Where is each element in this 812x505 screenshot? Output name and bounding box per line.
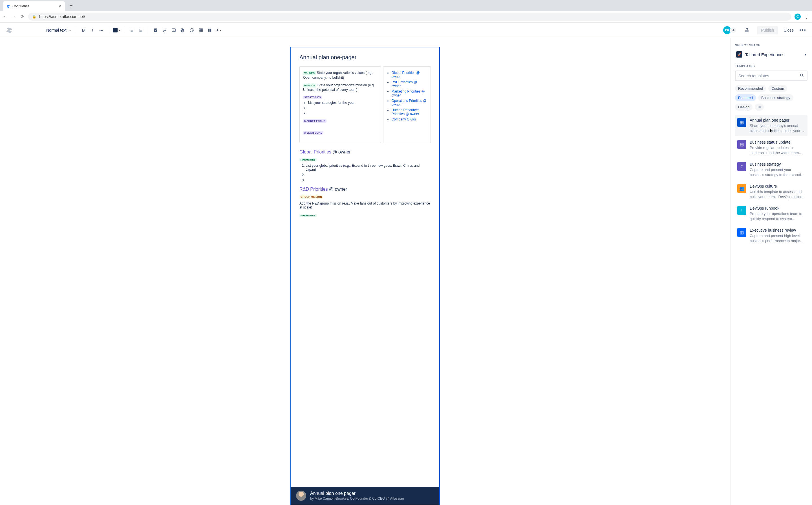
toc-link[interactable]: Operations Priorities @ owner bbox=[391, 99, 426, 107]
mention-button[interactable] bbox=[178, 26, 187, 35]
numbered-list-button[interactable] bbox=[136, 26, 145, 35]
heading-owner: @ owner bbox=[332, 150, 350, 154]
chevron-down-icon: ▾ bbox=[805, 53, 806, 56]
template-title: DevOps runbook bbox=[750, 206, 805, 210]
section-heading-global[interactable]: Global Priorities @ owner bbox=[299, 150, 431, 155]
bullet-list-button[interactable] bbox=[127, 26, 136, 35]
back-button[interactable]: ← bbox=[3, 14, 8, 19]
restrictions-button[interactable] bbox=[742, 26, 751, 35]
summary-right[interactable]: Global Priorities @ owner R&D Priorities… bbox=[383, 66, 431, 143]
reload-button[interactable]: ⟳ bbox=[20, 14, 25, 19]
groupmission-badge: GROUP MISSION bbox=[299, 195, 323, 199]
template-icon: 👥 bbox=[737, 184, 746, 193]
emoji-button[interactable] bbox=[187, 26, 196, 35]
forward-button: → bbox=[11, 14, 16, 19]
toc-link[interactable]: Company OKRs bbox=[391, 117, 416, 121]
layouts-button[interactable] bbox=[205, 26, 214, 35]
strategies-list[interactable]: List your strategies for the year bbox=[303, 101, 377, 115]
svg-rect-7 bbox=[208, 29, 210, 32]
action-item-button[interactable] bbox=[151, 26, 160, 35]
search-templates-box[interactable] bbox=[735, 70, 807, 81]
chip-featured[interactable]: Featured bbox=[735, 94, 756, 101]
heading-link: R&D Priorities bbox=[299, 187, 328, 192]
tab-strip: Confluence ✕ + bbox=[0, 0, 812, 11]
values-badge: VALUES bbox=[303, 71, 316, 75]
bold-button[interactable]: B bbox=[79, 26, 88, 35]
global-priorities-list[interactable]: List your global priorities (e.g., Expan… bbox=[299, 164, 431, 182]
publish-button: Publish bbox=[757, 26, 778, 34]
chevron-down-icon: ▾ bbox=[119, 29, 120, 32]
svg-rect-0 bbox=[154, 28, 157, 32]
template-item-business-strategy[interactable]: ⤴ Business strategy Capture and present … bbox=[735, 159, 807, 180]
list-item: List your global priorities (e.g., Expan… bbox=[306, 164, 431, 172]
page-title[interactable]: Annual plan one-pager bbox=[299, 54, 431, 61]
filter-chips: Recommended Custom Featured Business str… bbox=[735, 85, 807, 111]
browser-tab[interactable]: Confluence ✕ bbox=[3, 1, 65, 11]
text-style-selector[interactable]: Normal text ▾ bbox=[44, 26, 73, 34]
template-icon: ▦ bbox=[737, 118, 746, 127]
invite-button[interactable]: + bbox=[730, 27, 737, 34]
author-avatar bbox=[296, 491, 306, 501]
template-title: DevOps culture bbox=[750, 184, 805, 188]
close-button[interactable]: Close bbox=[784, 28, 794, 32]
lock-icon: 🔒 bbox=[32, 15, 36, 19]
toc-link[interactable]: Global Priorities @ owner bbox=[391, 71, 420, 79]
rd-mission-text[interactable]: Add the R&D group mission (e.g., Make fa… bbox=[299, 201, 431, 209]
browser-profile-avatar[interactable]: C bbox=[795, 14, 801, 20]
toc-link[interactable]: Human Resources Priorities @ owner bbox=[391, 108, 419, 116]
template-item-business-status[interactable]: ▤ Business status update Provide regular… bbox=[735, 137, 807, 158]
priorities-badge-2: PRIORITIES bbox=[299, 214, 317, 217]
chip-design[interactable]: Design bbox=[735, 104, 753, 111]
template-item-executive-review[interactable]: ▥ Executive business review Capture and … bbox=[735, 225, 807, 246]
chip-more[interactable]: ••• bbox=[755, 104, 764, 111]
confluence-favicon-icon bbox=[6, 4, 10, 8]
svg-point-5 bbox=[192, 30, 193, 30]
search-input[interactable] bbox=[739, 73, 800, 78]
template-title: Business strategy bbox=[750, 162, 805, 166]
italic-button[interactable]: I bbox=[88, 26, 97, 35]
svg-rect-8 bbox=[210, 29, 211, 32]
toolbar-separator bbox=[76, 27, 76, 34]
heading-link: Global Priorities bbox=[299, 150, 331, 154]
svg-point-9 bbox=[800, 74, 803, 76]
table-button[interactable] bbox=[196, 26, 205, 35]
confluence-logo-icon[interactable] bbox=[6, 26, 13, 34]
toc-link[interactable]: Marketing Priorities @ owner bbox=[391, 90, 425, 97]
space-name: Tailored Experiences bbox=[745, 52, 802, 57]
template-list: ▦ Annual plan one pager Share your compa… bbox=[735, 115, 807, 246]
summary-columns: VALUES State your organization's values … bbox=[299, 66, 431, 143]
new-tab-button[interactable]: + bbox=[67, 3, 75, 9]
template-desc: Capture and present your business strate… bbox=[750, 167, 805, 177]
image-button[interactable] bbox=[169, 26, 178, 35]
chip-custom[interactable]: Custom bbox=[768, 85, 787, 92]
chip-business-strategy[interactable]: Business strategy bbox=[758, 94, 793, 101]
address-bar[interactable]: 🔒 https://acme.atlassian.net/ bbox=[28, 13, 791, 21]
more-actions-button[interactable]: ••• bbox=[799, 27, 806, 33]
section-heading-rd[interactable]: R&D Priorities @ owner bbox=[299, 187, 431, 192]
toc-link[interactable]: R&D Priorities @ owner bbox=[391, 80, 417, 88]
template-desc: Provide regular updates to leadership an… bbox=[750, 145, 805, 155]
text-color-button[interactable]: ▾ bbox=[112, 27, 121, 34]
insert-button[interactable]: +▾ bbox=[214, 26, 223, 35]
chip-recommended[interactable]: Recommended bbox=[735, 85, 766, 92]
search-icon bbox=[800, 73, 804, 78]
template-item-devops-culture[interactable]: 👥 DevOps culture Use this template to as… bbox=[735, 181, 807, 202]
template-item-annual-plan[interactable]: ▦ Annual plan one pager Share your compa… bbox=[735, 115, 807, 136]
summary-left[interactable]: VALUES State your organization's values … bbox=[299, 66, 381, 143]
close-tab-icon[interactable]: ✕ bbox=[58, 4, 61, 8]
link-button[interactable] bbox=[160, 26, 169, 35]
browser-chrome: Confluence ✕ + ← → ⟳ 🔒 https://acme.atla… bbox=[0, 0, 812, 22]
color-swatch-icon bbox=[113, 28, 117, 32]
template-title: Executive business review bbox=[750, 228, 805, 232]
editor-canvas[interactable]: Annual plan one-pager VALUES State your … bbox=[0, 38, 730, 505]
list-item bbox=[306, 178, 431, 182]
more-formatting-button[interactable]: ••• bbox=[97, 26, 106, 35]
browser-menu-button[interactable]: ⋮ bbox=[804, 14, 809, 20]
template-desc: Use this template to assess and build yo… bbox=[750, 189, 805, 199]
template-item-devops-runbook[interactable]: ! DevOps runbook Prepare your operations… bbox=[735, 203, 807, 224]
template-desc: Prepare your operations team to quickly … bbox=[750, 211, 805, 221]
templates-sidebar: SELECT SPACE Tailored Experiences ▾ TEMP… bbox=[730, 38, 812, 505]
space-selector[interactable]: Tailored Experiences ▾ bbox=[735, 50, 807, 59]
browser-nav-bar: ← → ⟳ 🔒 https://acme.atlassian.net/ C ⋮ bbox=[0, 11, 812, 22]
toc-list: Global Priorities @ owner R&D Priorities… bbox=[387, 71, 427, 121]
